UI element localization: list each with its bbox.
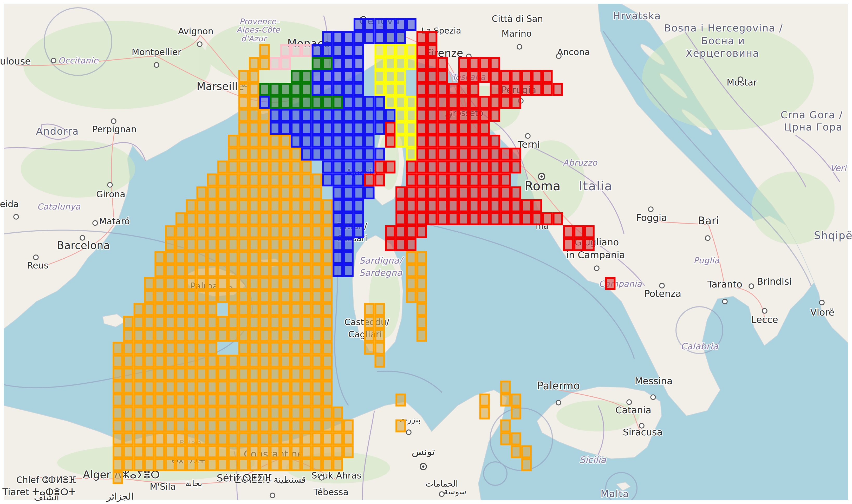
grid-cell[interactable]	[250, 123, 258, 134]
grid-cell[interactable]	[218, 175, 227, 185]
grid-cell[interactable]	[323, 239, 332, 250]
grid-cell[interactable]	[113, 368, 122, 380]
grid-cell[interactable]	[208, 213, 216, 224]
grid-cell[interactable]	[480, 200, 489, 212]
grid-cell[interactable]	[302, 395, 311, 406]
grid-cell[interactable]	[313, 58, 321, 69]
grid-cell[interactable]	[250, 265, 258, 276]
grid-cell[interactable]	[323, 459, 332, 470]
grid-cell[interactable]	[135, 368, 143, 380]
grid-cell[interactable]	[208, 343, 216, 354]
grid-cell[interactable]	[281, 433, 290, 445]
grid-cell[interactable]	[375, 317, 384, 328]
grid-cell[interactable]	[250, 213, 258, 224]
grid-cell[interactable]	[459, 175, 468, 185]
grid-cell[interactable]	[250, 407, 258, 418]
grid-cell[interactable]	[313, 330, 321, 341]
grid-cell[interactable]	[239, 291, 248, 302]
grid-cell[interactable]	[323, 71, 332, 82]
grid-cell[interactable]	[375, 123, 384, 134]
grid-cell[interactable]	[271, 265, 279, 276]
grid-cell[interactable]	[176, 239, 185, 250]
grid-cell[interactable]	[271, 433, 279, 445]
grid-cell[interactable]	[292, 71, 300, 82]
grid-cell[interactable]	[334, 136, 342, 147]
grid-cell[interactable]	[135, 382, 143, 393]
grid-cell[interactable]	[292, 110, 300, 121]
grid-cell[interactable]	[124, 459, 132, 470]
grid-cell[interactable]	[197, 459, 206, 470]
grid-cell[interactable]	[375, 84, 384, 95]
grid-cell[interactable]	[292, 123, 300, 134]
grid-cell[interactable]	[449, 97, 457, 108]
grid-cell[interactable]	[334, 84, 342, 95]
grid-cell[interactable]	[313, 187, 321, 199]
grid-cell[interactable]	[334, 433, 342, 445]
grid-cell[interactable]	[113, 382, 122, 393]
grid-cell[interactable]	[334, 97, 342, 108]
grid-cell[interactable]	[365, 330, 374, 341]
grid-cell[interactable]	[459, 213, 468, 224]
grid-cell[interactable]	[281, 343, 290, 354]
grid-cell[interactable]	[229, 265, 237, 276]
grid-cell[interactable]	[470, 161, 478, 173]
grid-cell[interactable]	[260, 330, 269, 341]
grid-cell[interactable]	[512, 187, 520, 199]
grid-cell[interactable]	[480, 407, 489, 418]
grid-cell[interactable]	[250, 136, 258, 147]
grid-cell[interactable]	[407, 265, 415, 276]
grid-cell[interactable]	[271, 446, 279, 457]
grid-cell[interactable]	[166, 368, 175, 380]
grid-cell[interactable]	[375, 161, 384, 173]
grid-cell[interactable]	[323, 110, 332, 121]
grid-cell[interactable]	[239, 395, 248, 406]
grid-cell[interactable]	[407, 161, 415, 173]
grid-cell[interactable]	[187, 239, 196, 250]
grid-cell[interactable]	[187, 382, 196, 393]
grid-cell[interactable]	[396, 45, 405, 56]
grid-cell[interactable]	[491, 58, 499, 69]
grid-cell[interactable]	[302, 330, 311, 341]
grid-cell[interactable]	[313, 200, 321, 212]
grid-cell[interactable]	[166, 343, 175, 354]
grid-cell[interactable]	[271, 317, 279, 328]
grid-cell[interactable]	[438, 175, 447, 185]
grid-cell[interactable]	[417, 45, 426, 56]
grid-cell[interactable]	[292, 84, 300, 95]
grid-cell[interactable]	[375, 45, 384, 56]
grid-cell[interactable]	[260, 239, 269, 250]
grid-cell[interactable]	[260, 58, 269, 69]
grid-cell[interactable]	[239, 278, 248, 289]
grid-cell[interactable]	[313, 407, 321, 418]
grid-cell[interactable]	[229, 200, 237, 212]
grid-cell[interactable]	[176, 213, 185, 224]
grid-cell[interactable]	[292, 278, 300, 289]
grid-cell[interactable]	[124, 407, 132, 418]
grid-cell[interactable]	[313, 446, 321, 457]
grid-cell[interactable]	[417, 200, 426, 212]
grid-cell[interactable]	[239, 110, 248, 121]
grid-cell[interactable]	[365, 136, 374, 147]
grid-cell[interactable]	[407, 200, 415, 212]
grid-cell[interactable]	[197, 213, 206, 224]
grid-cell[interactable]	[396, 213, 405, 224]
grid-cell[interactable]	[386, 97, 394, 108]
grid-cell[interactable]	[156, 252, 164, 263]
grid-cell[interactable]	[208, 459, 216, 470]
grid-cell[interactable]	[208, 433, 216, 445]
grid-cell[interactable]	[187, 459, 196, 470]
grid-cell[interactable]	[229, 187, 237, 199]
grid-cell[interactable]	[501, 420, 510, 431]
grid-cell[interactable]	[197, 420, 206, 431]
grid-cell[interactable]	[260, 291, 269, 302]
grid-cell[interactable]	[229, 226, 237, 237]
grid-cell[interactable]	[271, 58, 279, 69]
grid-cell[interactable]	[176, 304, 185, 315]
grid-cell[interactable]	[197, 239, 206, 250]
grid-cell[interactable]	[428, 213, 437, 224]
grid-cell[interactable]	[354, 32, 363, 43]
grid-cell[interactable]	[302, 161, 311, 173]
grid-cell[interactable]	[271, 330, 279, 341]
grid-cell[interactable]	[292, 304, 300, 315]
grid-cell[interactable]	[292, 407, 300, 418]
